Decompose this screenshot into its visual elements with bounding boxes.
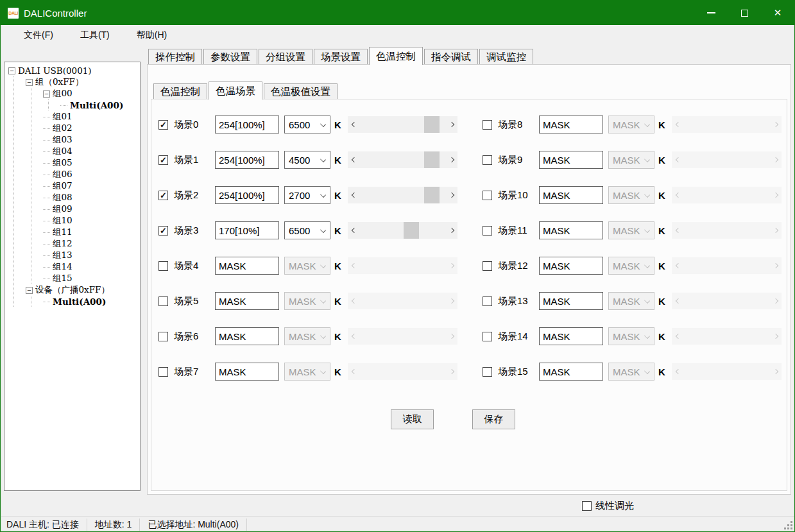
scene-kelvin-select[interactable]: 2700 <box>284 186 330 204</box>
scrollbar-track[interactable] <box>359 116 447 133</box>
scene-kelvin-select[interactable]: MASK <box>608 257 654 275</box>
resize-grip-icon[interactable] <box>783 520 792 529</box>
tree-node[interactable]: 组15 <box>8 273 140 284</box>
scene-kelvin-select[interactable]: 6500 <box>284 221 330 239</box>
scrollbar-thumb[interactable] <box>424 187 440 203</box>
scene-kelvin-select[interactable]: MASK <box>284 292 330 310</box>
scene-level-input[interactable] <box>215 151 279 169</box>
scene-level-input[interactable] <box>539 292 603 310</box>
tree-node[interactable]: 组11 <box>8 227 140 238</box>
scene-level-input[interactable] <box>539 257 603 275</box>
scrollbar-thumb[interactable] <box>404 222 419 239</box>
kelvin-scrollbar[interactable] <box>348 187 457 203</box>
tree-node[interactable]: −设备（广播0xFF） <box>8 284 140 296</box>
scene-checkbox[interactable]: ✓ <box>158 191 168 200</box>
scrollbar-right-arrow-icon[interactable] <box>447 222 457 239</box>
menu-item-1[interactable]: 工具(T) <box>74 27 116 44</box>
save-button[interactable]: 保存 <box>472 409 515 429</box>
scene-kelvin-select[interactable]: MASK <box>284 363 330 381</box>
scrollbar-thumb[interactable] <box>424 116 440 133</box>
scene-level-input[interactable] <box>215 186 279 204</box>
minimize-button[interactable] <box>694 1 728 25</box>
scrollbar-left-arrow-icon[interactable] <box>348 187 359 203</box>
tree-node[interactable]: 组13 <box>8 250 140 261</box>
scrollbar-left-arrow-icon[interactable] <box>348 151 359 168</box>
tree-node[interactable]: Multi(A00) <box>8 99 140 111</box>
scene-level-input[interactable] <box>215 257 279 275</box>
tree-expander-icon[interactable]: − <box>8 67 15 74</box>
scene-checkbox[interactable] <box>483 296 492 306</box>
scene-kelvin-select[interactable]: MASK <box>284 257 330 275</box>
maximize-button[interactable] <box>728 1 761 25</box>
tab-sub-2[interactable]: 色温极值设置 <box>264 83 338 99</box>
tree-expander-icon[interactable]: − <box>26 79 33 86</box>
scrollbar-right-arrow-icon[interactable] <box>447 116 457 133</box>
scrollbar-right-arrow-icon[interactable] <box>447 151 457 168</box>
tab-main-2[interactable]: 分组设置 <box>259 49 312 64</box>
scene-checkbox[interactable] <box>483 332 492 341</box>
tree-expander-icon[interactable]: − <box>43 90 50 98</box>
scene-level-input[interactable] <box>215 292 279 310</box>
scene-level-input[interactable] <box>539 186 603 204</box>
scrollbar-left-arrow-icon[interactable] <box>348 222 359 239</box>
scene-checkbox[interactable] <box>158 296 168 306</box>
scene-checkbox[interactable]: ✓ <box>158 120 168 130</box>
scrollbar-track[interactable] <box>359 187 447 203</box>
scene-kelvin-select[interactable]: MASK <box>608 221 654 239</box>
tree-node[interactable]: −DALI USB(0001) <box>8 65 140 76</box>
scene-kelvin-select[interactable]: 4500 <box>284 151 330 169</box>
tree-node[interactable]: 组10 <box>8 215 140 227</box>
scene-kelvin-select[interactable]: MASK <box>608 327 654 345</box>
scene-kelvin-select[interactable]: MASK <box>608 363 654 381</box>
scene-level-input[interactable] <box>215 116 279 133</box>
scene-checkbox[interactable] <box>483 191 492 200</box>
scene-checkbox[interactable] <box>483 367 492 377</box>
scene-kelvin-select[interactable]: MASK <box>608 116 654 133</box>
read-button[interactable]: 读取 <box>391 409 434 429</box>
scrollbar-track[interactable] <box>359 222 447 239</box>
tree-node[interactable]: −组00 <box>8 88 140 99</box>
tab-main-4[interactable]: 色温控制 <box>369 47 423 65</box>
menu-item-0[interactable]: 文件(F) <box>17 27 60 44</box>
scrollbar-track[interactable] <box>359 151 447 168</box>
scene-kelvin-select[interactable]: MASK <box>608 292 654 310</box>
scene-level-input[interactable] <box>539 327 603 345</box>
scene-checkbox[interactable] <box>158 367 168 377</box>
tree-expander-icon[interactable]: − <box>26 287 33 294</box>
tree-node[interactable]: 组08 <box>8 192 140 203</box>
tree-node[interactable]: 组12 <box>8 238 140 250</box>
scrollbar-thumb[interactable] <box>424 151 440 168</box>
scene-kelvin-select[interactable]: MASK <box>608 186 654 204</box>
scene-level-input[interactable] <box>215 221 279 239</box>
linear-dimming-checkbox[interactable] <box>582 501 592 511</box>
scene-checkbox[interactable] <box>483 261 492 271</box>
scene-kelvin-select[interactable]: MASK <box>284 327 330 345</box>
tree-node[interactable]: 组07 <box>8 180 140 192</box>
scrollbar-left-arrow-icon[interactable] <box>348 116 359 133</box>
tree-node[interactable]: 组06 <box>8 169 140 180</box>
device-tree[interactable]: −DALI USB(0001)−组（0xFF）−组00Multi(A00)组01… <box>4 62 141 491</box>
scene-checkbox[interactable]: ✓ <box>158 226 168 236</box>
scene-level-input[interactable] <box>539 221 603 239</box>
tree-node[interactable]: 组02 <box>8 123 140 134</box>
tree-node[interactable]: −组（0xFF） <box>8 76 140 88</box>
tab-sub-1[interactable]: 色温场景 <box>209 82 262 99</box>
tab-sub-0[interactable]: 色温控制 <box>153 83 207 99</box>
scene-level-input[interactable] <box>539 363 603 381</box>
scrollbar-right-arrow-icon[interactable] <box>447 187 457 203</box>
scene-level-input[interactable] <box>215 327 279 345</box>
tab-main-3[interactable]: 场景设置 <box>314 49 368 64</box>
scene-checkbox[interactable]: ✓ <box>158 155 168 165</box>
close-button[interactable]: ✕ <box>761 1 794 25</box>
scene-level-input[interactable] <box>539 116 603 133</box>
tree-node[interactable]: 组01 <box>8 111 140 123</box>
scene-checkbox[interactable] <box>483 120 492 130</box>
scene-kelvin-select[interactable]: MASK <box>608 151 654 169</box>
tree-node[interactable]: 组09 <box>8 203 140 215</box>
scene-kelvin-select[interactable]: 6500 <box>284 116 330 133</box>
tree-node[interactable]: 组05 <box>8 157 140 169</box>
kelvin-scrollbar[interactable] <box>348 116 457 133</box>
tree-node[interactable]: Multi(A00) <box>8 296 140 307</box>
scene-checkbox[interactable] <box>158 332 168 341</box>
kelvin-scrollbar[interactable] <box>348 222 457 239</box>
